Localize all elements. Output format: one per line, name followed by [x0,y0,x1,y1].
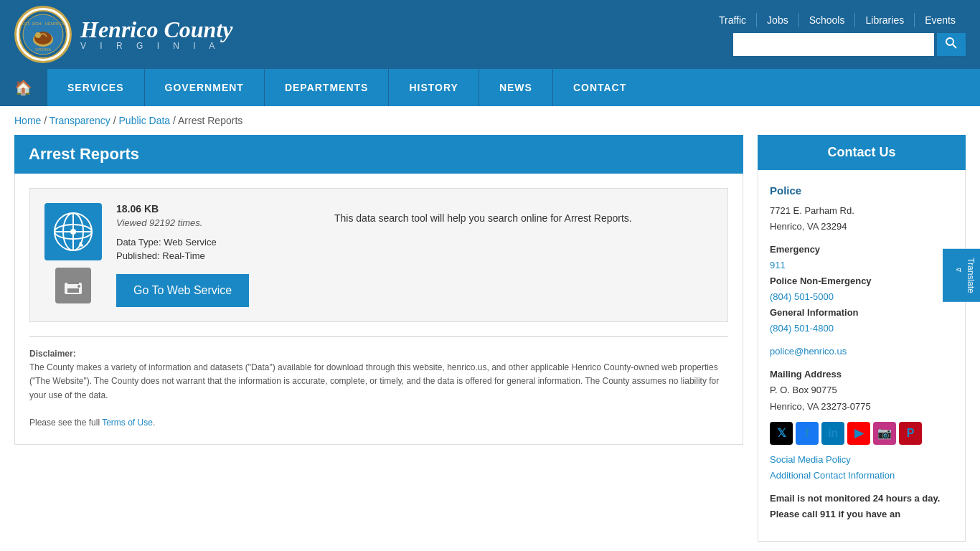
emergency-link[interactable]: 911 [770,260,786,270]
mailing-address: P. O. Box 90775 Henrico, VA 23273-0775 [770,382,953,414]
svg-text:EST. 1634 · HENRICO: EST. 1634 · HENRICO [22,22,65,26]
general-info-number: (804) 501-4800 [770,321,953,336]
emergency-label: Emergency [770,242,953,258]
non-emergency-link[interactable]: (804) 501-5000 [770,291,834,302]
nav-government[interactable]: GOVERNMENT [144,69,264,106]
instagram-icon[interactable]: 📷 [873,422,896,445]
nav-news[interactable]: NEWS [479,69,552,106]
facebook-icon[interactable]: f [796,422,819,445]
go-to-web-service-button[interactable]: Go To Web Service [116,274,249,307]
print-icon[interactable] [55,268,91,303]
search-input[interactable] [733,33,934,56]
county-logo: EST. 1634 · HENRICO VIRGINIA [14,6,72,63]
search-bar [733,33,966,56]
data-description: This data search tool will help you sear… [320,203,713,307]
twitter-icon[interactable]: 𝕏 [770,422,793,445]
county-name: Henrico County [80,18,232,41]
email-notice-section: Email is not monitored 24 hours a day. P… [770,491,953,522]
top-links: Traffic Jobs Schools Libraries Events [709,13,966,27]
address-line1: 7721 E. Parham Rd. [770,205,854,216]
translate-button[interactable]: Aあ Translate [943,249,980,302]
data-type: Data Type: Web Service [116,237,306,248]
social-media-policy-link[interactable]: Social Media Policy [770,454,851,465]
svg-marker-15 [79,242,83,246]
email-notice: Email is not monitored 24 hours a day. P… [770,493,940,519]
contact-us-header: Contact Us [758,135,966,170]
logo-text: Henrico County V I R G I N I A [80,18,232,51]
data-type-value-text: Web Service [164,237,216,248]
svg-rect-18 [67,288,79,293]
page-title: Arrest Reports [14,135,743,174]
nav-departments[interactable]: DEPARTMENTS [264,69,389,106]
additional-contact-link[interactable]: Additional Contact Information [770,470,895,481]
breadcrumb-sep3: / [173,115,178,126]
email-section: police@henrico.us [770,344,953,359]
breadcrumb: Home / Transparency / Public Data / Arre… [0,106,980,135]
terms-of-use-link[interactable]: Terms of Use [102,418,153,428]
breadcrumb-sep1: / [44,115,50,126]
nav-home-button[interactable]: 🏠 [0,69,47,106]
nav-contact[interactable]: CONTACT [552,69,646,106]
svg-text:VIRGINIA: VIRGINIA [35,47,52,52]
svg-point-14 [70,229,76,235]
general-info-link[interactable]: (804) 501-4800 [770,323,834,334]
libraries-link[interactable]: Libraries [855,13,915,27]
breadcrumb-sep2: / [113,115,119,126]
police-address: 7721 E. Parham Rd. Henrico, VA 23294 [770,203,953,235]
svg-line-8 [953,44,956,48]
nav-services[interactable]: SERVICES [47,69,144,106]
police-name[interactable]: Police [770,182,953,200]
mailing-label: Mailing Address [770,369,842,380]
jobs-link[interactable]: Jobs [757,13,799,27]
svg-point-7 [946,38,953,45]
logo-area: EST. 1634 · HENRICO VIRGINIA Henrico Cou… [14,6,232,63]
file-size: 18.06 KB [116,203,306,215]
police-email-link[interactable]: police@henrico.us [770,346,847,357]
events-link[interactable]: Events [915,13,966,27]
content-wrapper: Arrest Reports [0,135,980,551]
content-body: 18.06 KB Viewed 92192 times. Data Type: … [14,174,743,445]
svg-text:あ: あ [952,268,959,270]
main-nav: 🏠 SERVICES GOVERNMENT DEPARTMENTS HISTOR… [0,69,980,106]
non-emergency-number: (804) 501-5000 [770,289,953,305]
schools-link[interactable]: Schools [799,13,856,27]
main-content: Arrest Reports [14,135,743,542]
mailing-section: Mailing Address P. O. Box 90775 Henrico,… [770,367,953,414]
pinterest-icon[interactable]: P [899,422,922,445]
data-card: 18.06 KB Viewed 92192 times. Data Type: … [29,188,728,322]
published-value-text: Real-Time [162,250,204,261]
disclaimer-text: The County makes a variety of informatio… [29,362,719,400]
breadcrumb-home[interactable]: Home [14,115,41,126]
print-icon-area [55,268,91,303]
emergency-number: 911 [770,258,953,273]
youtube-icon[interactable]: ▶ [847,422,870,445]
published: Published: Real-Time [116,250,306,261]
header-top: EST. 1634 · HENRICO VIRGINIA Henrico Cou… [0,0,980,69]
nav-history[interactable]: HISTORY [388,69,478,106]
breadcrumb-public-data[interactable]: Public Data [119,115,171,126]
address-line2: Henrico, VA 23294 [770,221,847,232]
disclaimer: Disclaimer: The County makes a variety o… [29,336,728,430]
contact-body: Police 7721 E. Parham Rd. Henrico, VA 23… [758,170,966,542]
social-icons: 𝕏 f in ▶ 📷 P [770,422,953,445]
linkedin-icon[interactable]: in [821,422,844,445]
svg-rect-17 [67,278,79,284]
data-type-label: Data Type: [116,237,161,248]
breadcrumb-current: Arrest Reports [178,115,242,126]
published-label: Published: [116,250,160,261]
virginia-label: V I R G I N I A [80,41,232,51]
search-button[interactable] [937,33,966,56]
viewed-count: Viewed 92192 times. [116,217,306,228]
data-card-left [44,203,102,307]
sidebar: Contact Us Police 7721 E. Parham Rd. Hen… [758,135,966,542]
breadcrumb-transparency[interactable]: Transparency [50,115,110,126]
disclaimer-title: Disclaimer: [29,349,76,359]
traffic-link[interactable]: Traffic [709,13,757,27]
police-section: Police 7721 E. Parham Rd. Henrico, VA 23… [770,182,953,336]
social-policy-section: Social Media Policy Additional Contact I… [770,452,953,484]
data-card-meta: 18.06 KB Viewed 92192 times. Data Type: … [116,203,306,307]
non-emergency-label: Police Non-Emergency [770,273,953,289]
general-info-label: General Information [770,305,953,321]
svg-point-19 [77,285,80,288]
web-service-icon [44,203,102,260]
